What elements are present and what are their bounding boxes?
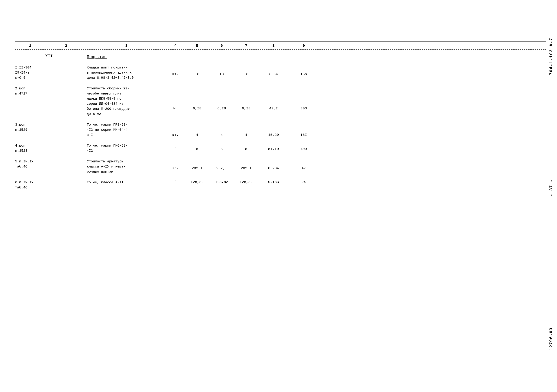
row-3-col7: 4 xyxy=(234,122,258,137)
table-row: 4.цсп п.3523 То же, марки ПК6-58- -I2 " … xyxy=(15,139,546,155)
row-4-code: 4.цсп п.3523 xyxy=(15,143,45,153)
col-header-1: 1 xyxy=(15,44,45,48)
col-header-4: 4 xyxy=(166,44,185,48)
row-3-desc: То же, марки ПР8-58- -I2 по серии ИИ-04-… xyxy=(87,122,166,138)
col-header-9: 9 xyxy=(289,44,319,48)
page: 704-1-103 А-7 - 37 - 12796-03 1 2 3 4 5 … xyxy=(0,0,557,392)
row-5-col5: 202,I xyxy=(185,159,209,170)
row-3-col8: 45,20 xyxy=(258,122,289,137)
row-6-code: 6.п.Iч.IУ таб.46 xyxy=(15,180,45,190)
row-2-col6: 6,I8 xyxy=(209,86,234,111)
row-5-col8: 0,234 xyxy=(258,159,289,170)
row-6-col5: I28,82 xyxy=(185,180,209,184)
table-row: 2.цсп п.4717 Стоимость сборных же- лезоб… xyxy=(15,82,546,118)
row-6-col9: 24 xyxy=(289,180,319,184)
row-2-col9: 303 xyxy=(289,86,319,111)
row-3-col6: 4 xyxy=(209,122,234,137)
header-row: 1 2 3 4 5 6 7 8 9 xyxy=(15,42,546,50)
row-6-desc: То же, класса А-II xyxy=(87,180,166,185)
row-2-col5: 6,I8 xyxy=(185,86,209,111)
table-row: I.II-304 I9-I4-з к-0,9 Кладка плит покры… xyxy=(15,62,546,82)
row-4-col9: 409 xyxy=(289,143,319,151)
table-row: 5.п.Iч.IУ таб.46 Стоимость арматуры клас… xyxy=(15,155,546,176)
table-row: 6.п.Iч.IУ таб.46 То же, класса А-II " I2… xyxy=(15,176,546,192)
row-2-col7: 6,I8 xyxy=(234,86,258,111)
row-4-col8: 5I,I0 xyxy=(258,143,289,151)
row-5-code: 5.п.Iч.IУ таб.46 xyxy=(15,159,45,169)
row-6-col8: 0,I83 xyxy=(258,180,289,184)
row-4-col5: 8 xyxy=(185,143,209,151)
section-title-cell: Покрытие xyxy=(87,54,166,60)
side-label-mid: - 37 - xyxy=(549,179,554,196)
row-2-unit: м3 xyxy=(166,86,185,110)
row-3-col5: 4 xyxy=(185,122,209,137)
row-1-unit: шт. xyxy=(166,65,185,76)
row-2-col8: 49,I xyxy=(258,86,289,111)
row-1-desc: Кладка плит покрытий в промышленных здан… xyxy=(87,65,166,80)
section-num: XII xyxy=(45,54,53,59)
row-4-col6: 8 xyxy=(209,143,234,151)
section-header: XII Покрытие xyxy=(15,50,546,62)
row-3-unit: шт. xyxy=(166,122,185,137)
row-5-desc: Стоимость арматуры класса А-IУ к нема- р… xyxy=(87,159,166,174)
row-1-col5: I8 xyxy=(185,65,209,76)
row-1-code: I.II-304 I9-I4-з к-0,9 xyxy=(15,65,45,80)
col-header-7: 7 xyxy=(234,44,258,48)
side-label-bottom: 12796-03 xyxy=(549,327,554,351)
row-4-desc: То же, марки ПК6-58- -I2 xyxy=(87,143,166,153)
section-spacer: XII xyxy=(45,54,87,59)
row-3-col9: I8I xyxy=(289,122,319,137)
row-2-code: 2.цсп п.4717 xyxy=(15,86,45,96)
row-5-col9: 47 xyxy=(289,159,319,170)
row-6-unit: " xyxy=(166,180,185,184)
row-5-col6: 202,I xyxy=(209,159,234,170)
row-4-unit: " xyxy=(166,143,185,151)
row-4-col7: 8 xyxy=(234,143,258,151)
col-header-6: 6 xyxy=(209,44,234,48)
side-label-top: 704-1-103 А-7 xyxy=(549,38,554,75)
main-table: 1 2 3 4 5 6 7 8 9 XII Покрытие I.II-304 … xyxy=(15,41,546,192)
col-header-5: 5 xyxy=(185,44,209,48)
row-1-col9: I56 xyxy=(289,65,319,76)
row-5-unit: кг. xyxy=(166,159,185,170)
row-6-col6: I28,82 xyxy=(209,180,234,184)
col-header-2: 2 xyxy=(45,44,87,48)
row-1-col8: 8,64 xyxy=(258,65,289,76)
row-6-col7: I28,82 xyxy=(234,180,258,184)
row-5-col7: 202,I xyxy=(234,159,258,170)
col-header-8: 8 xyxy=(258,44,289,48)
row-2-desc: Стоимость сборных же- лезобетонных плит … xyxy=(87,86,166,117)
row-3-code: 3.цсп п.3529 xyxy=(15,122,45,132)
row-1-col7: I8 xyxy=(234,65,258,76)
table-row: 3.цсп п.3529 То же, марки ПР8-58- -I2 по… xyxy=(15,118,546,139)
col-header-3: 3 xyxy=(87,44,166,48)
row-1-col6: I8 xyxy=(209,65,234,76)
